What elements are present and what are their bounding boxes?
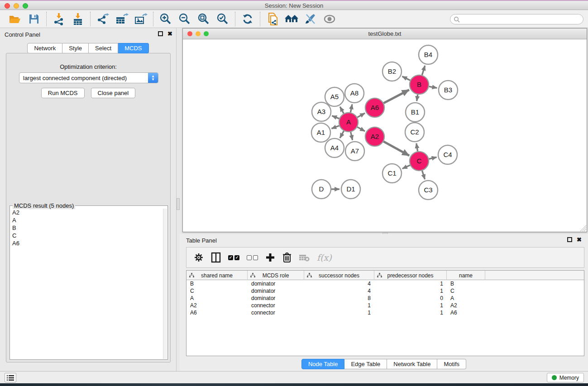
result-item[interactable]: A6 [10,239,163,247]
graph-edge-A-A5[interactable] [340,107,344,114]
table-cell[interactable]: connector [248,309,304,316]
column-header-name[interactable]: name [447,271,485,280]
table-cell[interactable]: 1 [304,309,374,316]
table-cell[interactable]: 0 [374,295,447,302]
delete-column-trash-icon[interactable] [282,250,292,265]
table-cell[interactable]: A2 [447,302,485,309]
graph-edge-A-A4[interactable] [340,131,344,138]
show-graphics-icon[interactable] [321,11,338,27]
table-cell[interactable]: A2 [186,302,248,309]
graph-edge-A2-C[interactable] [383,142,409,156]
graph-edge-B-B2[interactable] [402,76,411,81]
graph-node-C1[interactable]: C1 [382,164,402,183]
table-cell[interactable]: A6 [186,309,248,316]
graph-node-C4[interactable]: C4 [438,145,457,164]
tab-style[interactable]: Style [62,43,89,53]
import-network-icon[interactable] [51,11,67,27]
table-cell[interactable]: dominator [248,287,304,295]
graph-node-A4[interactable]: A4 [325,138,344,157]
table-settings-gear-icon[interactable] [194,250,204,265]
style-brush-icon[interactable] [302,11,319,27]
graph-node-B2[interactable]: B2 [382,62,402,81]
refresh-icon[interactable] [239,11,256,27]
vertical-divider-handle[interactable] [177,198,180,210]
table-cell[interactable]: 1 [374,302,447,309]
graph-edge-C-C4[interactable] [429,157,436,159]
column-header-shared-name[interactable]: shared name [186,271,248,280]
table-cell[interactable]: 1 [374,309,447,316]
result-item[interactable]: C [10,232,163,239]
add-column-icon[interactable] [265,250,275,265]
table-row[interactable]: Cdominator41C [186,287,584,295]
table-cell[interactable]: 4 [304,287,374,295]
graph-edge-A6-B[interactable] [384,90,409,103]
tab-motifs[interactable]: Motifs [437,359,466,369]
graph-edge-A-A3[interactable] [332,116,339,119]
graph-node-A2[interactable]: A2 [365,127,384,146]
table-cell[interactable]: dominator [248,295,304,302]
tab-network[interactable]: Network [27,43,62,53]
table-cell[interactable]: B [186,280,248,287]
table-row[interactable]: A2connector11A2 [186,302,584,309]
zoom-in-icon[interactable] [158,11,174,27]
close-panel-icon[interactable]: ✖ [167,31,172,36]
graph-node-B1[interactable]: B1 [406,103,425,122]
search-box[interactable] [450,14,583,24]
table-cell[interactable]: connector [248,302,304,309]
graph-node-A[interactable]: A [339,113,358,132]
export-table-icon[interactable] [114,11,130,27]
memory-button[interactable]: Memory [547,373,584,382]
column-header-predecessor-nodes[interactable]: predecessor nodes [374,271,447,280]
table-cell[interactable]: dominator [248,280,304,287]
graph-node-A6[interactable]: A6 [365,98,384,117]
graph-node-B[interactable]: B [410,75,429,94]
export-image-icon[interactable] [133,11,149,27]
table-cell[interactable]: A6 [447,309,485,316]
graph-edge-C-C2[interactable] [416,143,418,152]
graph-edge-A-A2[interactable] [357,127,365,131]
graph-edge-B-B3[interactable] [429,86,437,88]
result-item[interactable]: A2 [10,209,163,216]
save-session-icon[interactable] [26,11,42,27]
graph-edge-C-C1[interactable] [402,165,410,169]
result-item[interactable]: B [10,224,163,232]
tab-mcds[interactable]: MCDS [118,43,148,53]
column-header-successor-nodes[interactable]: successor nodes [304,271,374,280]
task-history-button[interactable] [5,373,16,382]
graph-node-B3[interactable]: B3 [439,81,458,100]
graph-edge-A-A8[interactable] [350,104,352,112]
zoom-fit-icon[interactable] [196,11,212,27]
close-panel-icon[interactable]: ✖ [577,237,582,242]
tab-edge-table[interactable]: Edge Table [344,359,387,369]
graph-edge-A-A6[interactable] [357,113,365,117]
table-cell[interactable]: A [186,295,248,302]
graph-node-D1[interactable]: D1 [341,180,360,199]
table-cell[interactable]: 1 [374,287,447,295]
column-header-MCDS-role[interactable]: MCDS role [248,271,304,280]
export-network-icon[interactable] [95,11,111,27]
graph-node-C2[interactable]: C2 [405,123,424,142]
import-table-icon[interactable] [70,11,86,27]
graph-node-A3[interactable]: A3 [312,102,331,121]
network-window-titlebar[interactable]: testGlobe.txt [183,29,587,39]
node-table[interactable]: shared nameMCDS rolesuccessor nodesprede… [186,270,584,356]
tab-network-table[interactable]: Network Table [387,359,437,369]
result-scrollbar[interactable] [163,209,167,359]
graph-node-A5[interactable]: A5 [325,87,344,106]
table-cell[interactable]: 8 [304,295,374,302]
criterion-dropdown[interactable]: largest connected component (directed) ▲… [19,72,158,83]
select-all-icon[interactable]: ✓✓ [228,250,239,265]
split-columns-icon[interactable] [211,250,221,265]
result-item[interactable]: A [10,216,163,224]
graph-node-B4[interactable]: B4 [419,45,438,64]
table-cell[interactable]: 4 [304,280,374,287]
float-panel-icon[interactable] [158,31,163,36]
graph-node-A1[interactable]: A1 [311,123,330,142]
search-input[interactable] [460,16,583,23]
table-row[interactable]: Bdominator41B [186,280,584,287]
network-graph-canvas[interactable]: B4B2BB3A8A5A6A3B1AA1C2A2A4A7C4CC1DD1C3 [183,40,587,232]
table-row[interactable]: Adominator80A [186,295,584,302]
graph-edge-C-C3[interactable] [422,171,425,179]
graph-node-A7[interactable]: A7 [345,142,364,161]
table-cell[interactable]: 1 [374,280,447,287]
